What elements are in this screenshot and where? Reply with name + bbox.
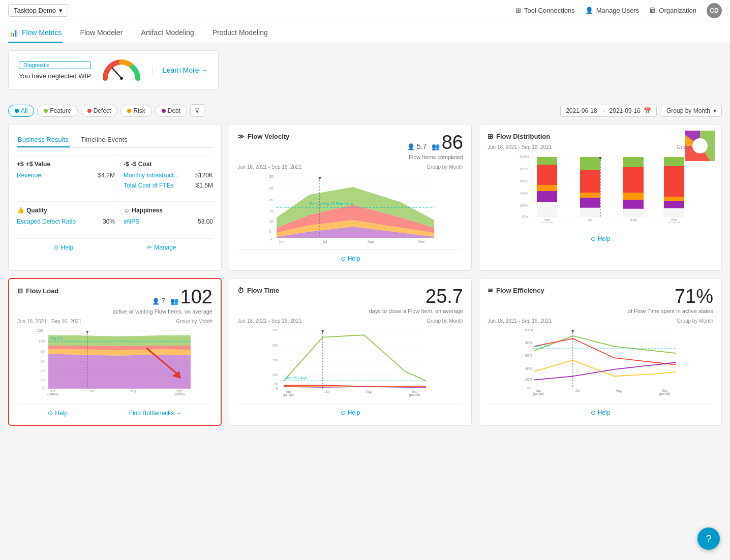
distribution-help[interactable]: ⊙ Help: [591, 235, 611, 242]
tab-artifact-modeling[interactable]: Artifact Modeling: [140, 21, 195, 43]
svg-text:250: 250: [272, 328, 278, 332]
time-sub: days to close a Flow Item, on average: [237, 308, 463, 314]
load-icon: ⊟: [17, 287, 23, 295]
quality-col: 👍 Quality Escaped Defect Ratio 30%: [17, 201, 115, 233]
svg-rect-63: [664, 166, 684, 197]
load-small-num: 👤 7: [152, 297, 167, 305]
flow-velocity-card: ≫ Flow Velocity 👤 5.7 👥 86 Flow Items co…: [229, 124, 472, 271]
svg-text:0%: 0%: [527, 386, 532, 390]
svg-point-34: [692, 138, 708, 153]
filter-all[interactable]: All: [8, 105, 34, 117]
efficiency-sub: of Flow Time spent in active states: [488, 308, 713, 314]
filter-bar: All Feature Defect Risk Debt ⊽ 2021-06: [8, 104, 722, 117]
escaped-defect-value: 30%: [103, 218, 115, 225]
workspace-selector[interactable]: Tasktop Demo ▾: [8, 4, 68, 17]
business-results-help[interactable]: ⊙ Help: [53, 244, 73, 251]
filter-debt[interactable]: Debt: [155, 105, 187, 117]
workspace-name: Tasktop Demo: [14, 7, 56, 14]
find-bottlenecks-link[interactable]: Find Bottlenecks →: [129, 410, 182, 417]
group-by-selector[interactable]: Group by Month ▾: [661, 105, 722, 117]
dashboard-grid: Business Results Timeline Events +$ +$ V…: [8, 124, 722, 426]
business-results-card: Business Results Timeline Events +$ +$ V…: [8, 124, 222, 271]
escaped-defect-row: Escaped Defect Ratio 30%: [17, 218, 115, 225]
velocity-metrics: 👤 5.7 👥 86: [407, 133, 463, 152]
svg-text:Jul: Jul: [325, 390, 329, 393]
help-icon: ⊙: [591, 409, 596, 416]
velocity-help[interactable]: ⊙ Help: [341, 255, 360, 262]
svg-text:Aug: Aug: [366, 390, 372, 394]
business-results-tabs: Business Results Timeline Events: [17, 133, 213, 148]
help-icon: ⊙: [53, 244, 58, 251]
filter-risk[interactable]: Risk: [120, 105, 151, 117]
filter-left: All Feature Defect Risk Debt ⊽: [8, 104, 204, 117]
svg-rect-61: [623, 209, 644, 217]
tool-connections-icon: ⊞: [515, 7, 521, 14]
svg-rect-54: [580, 193, 600, 198]
filter-defect[interactable]: Defect: [81, 105, 118, 117]
revenue-row: Revenue $4.2M: [17, 172, 115, 179]
risk-dot: [127, 109, 131, 113]
svg-text:(partial): (partial): [668, 222, 680, 223]
manage-users-nav[interactable]: 👤 Manage Users: [585, 7, 640, 14]
svg-text:10: 10: [269, 219, 273, 224]
efficiency-chart: 100% 80% 60% 40% 20% 0%: [488, 326, 713, 397]
svg-text:80: 80: [41, 349, 45, 354]
svg-rect-56: [580, 208, 600, 217]
diag-left: Diagnostic You have neglected WIP: [19, 61, 91, 80]
tool-connections-nav[interactable]: ⊞ Tool Connections: [515, 7, 575, 14]
date-range-picker[interactable]: 2021-06-18 → 2021-09-16 📅: [560, 105, 657, 117]
escaped-defect-link[interactable]: Escaped Defect Ratio: [17, 218, 76, 225]
time-help[interactable]: ⊙ Help: [341, 409, 360, 416]
velocity-header: ≫ Flow Velocity 👤 5.7 👥 86: [237, 133, 463, 152]
diagnostic-message: You have neglected WIP: [19, 72, 91, 80]
filter-right: 2021-06-18 → 2021-09-16 📅 Group by Month…: [560, 105, 722, 117]
svg-text:Jun: Jun: [544, 218, 550, 222]
total-cost-link[interactable]: Total Cost of FTEs: [124, 182, 174, 189]
happiness-col: ☺ Happiness eNPS 53.00: [115, 201, 213, 233]
svg-text:35: 35: [269, 174, 273, 179]
tab-timeline-events[interactable]: Timeline Events: [80, 133, 129, 147]
chevron-down-icon: ▾: [713, 107, 716, 114]
time-title: ⏱ Flow Time: [237, 287, 279, 294]
tab-flow-metrics[interactable]: 📊 Flow Metrics: [8, 21, 63, 43]
svg-text:80%: 80%: [520, 167, 528, 171]
total-cost-row: Total Cost of FTEs $1.5M: [124, 182, 213, 189]
tab-product-modeling[interactable]: Product Modeling: [211, 21, 269, 43]
monthly-infra-link[interactable]: Monthly Infrastruct...: [124, 172, 179, 179]
nav-left: Tasktop Demo ▾: [8, 4, 68, 17]
distribution-chart-meta: Jun 18, 2021 - Sep 16, 2021 Group by Mon…: [488, 144, 713, 150]
organization-nav[interactable]: 🏛 Organization: [649, 7, 696, 14]
svg-rect-62: [664, 157, 684, 166]
flow-time-card: ⏱ Flow Time 25.7 days to close a Flow It…: [229, 278, 472, 426]
tab-flow-modeler[interactable]: Flow Modeler: [79, 21, 124, 43]
filter-icon-button[interactable]: ⊽: [190, 104, 204, 117]
revenue-link[interactable]: Revenue: [17, 172, 41, 179]
load-help[interactable]: ⊙ Help: [48, 410, 68, 417]
cost-col: -$ -$ Cost Monthly Infrastruct... $120K …: [115, 155, 213, 197]
svg-line-103: [146, 348, 177, 374]
time-big-num: 25.7: [425, 287, 463, 306]
svg-text:(partial): (partial): [541, 222, 553, 223]
manage-icon: ✏: [147, 244, 152, 251]
efficiency-icon: ≋: [488, 287, 493, 294]
avatar[interactable]: CD: [707, 3, 722, 18]
manage-users-icon: 👤: [585, 7, 593, 14]
svg-text:Jul: Jul: [90, 389, 94, 393]
load-sub: active or waiting Flow Items, on average: [17, 308, 212, 315]
svg-rect-59: [623, 193, 644, 200]
flow-efficiency-card: ≋ Flow Efficiency 71% of Flow Time spent…: [479, 278, 722, 426]
learn-more-link[interactable]: Learn More →: [163, 66, 208, 74]
manage-link[interactable]: ✏ Manage: [147, 244, 176, 251]
efficiency-help[interactable]: ⊙ Help: [591, 409, 611, 416]
feature-dot: [44, 109, 48, 113]
svg-text:20: 20: [41, 378, 45, 382]
load-chart-meta: Jun 18, 2021 - Sep 16, 2021 Group by Mon…: [17, 319, 212, 324]
tab-business-results[interactable]: Business Results: [17, 133, 70, 147]
distribution-pie: [685, 131, 715, 163]
filter-feature[interactable]: Feature: [37, 105, 77, 117]
enps-link[interactable]: eNPS: [124, 218, 139, 225]
time-icon: ⏱: [237, 287, 244, 294]
svg-text:Aug: Aug: [131, 389, 137, 393]
monthly-infra-row: Monthly Infrastruct... $120K: [124, 172, 213, 179]
svg-rect-53: [580, 170, 600, 193]
